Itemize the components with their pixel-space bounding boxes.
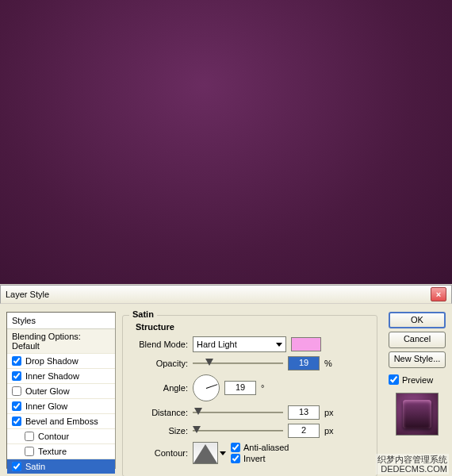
preview-thumbnail	[396, 393, 439, 436]
layer-style-dialog: Layer Style × Styles Blending Options: D…	[0, 284, 452, 476]
satin-group: Satin Structure Blend Mode: Hard Light O…	[122, 315, 377, 476]
angle-input[interactable]: 19	[224, 381, 256, 395]
blend-mode-value: Hard Light	[197, 340, 237, 349]
style-checkbox[interactable]	[12, 356, 21, 366]
style-checkbox[interactable]	[25, 432, 34, 441]
angle-label: Angle:	[131, 383, 188, 393]
contour-row: Contour: Anti-aliased Invert	[131, 442, 369, 464]
anti-aliased-checkbox[interactable]	[231, 443, 240, 452]
contour-picker[interactable]	[193, 442, 218, 464]
artwork-word-bottom: graphy	[226, 217, 227, 225]
blending-options-item[interactable]: Blending Options: Default	[7, 329, 115, 354]
cancel-button[interactable]: Cancel	[389, 332, 446, 348]
size-row: Size: 2 px	[131, 424, 369, 438]
style-checkbox[interactable]	[12, 386, 21, 396]
size-label: Size:	[131, 426, 188, 436]
settings-panel: Satin Structure Blend Mode: Hard Light O…	[122, 312, 382, 469]
close-icon: ×	[436, 290, 441, 299]
preview-thumbnail-inner	[403, 400, 431, 428]
styles-list: Drop Shadow Inner Shadow Outer Glow Inne…	[7, 354, 115, 476]
opacity-input[interactable]: 19	[288, 356, 320, 370]
watermark: 织梦内容管理系统 DEDECMS.COM	[376, 454, 449, 474]
distance-input[interactable]: 13	[288, 405, 320, 420]
style-item-texture[interactable]: Texture	[7, 444, 115, 459]
blend-mode-row: Blend Mode: Hard Light	[131, 336, 369, 352]
size-slider[interactable]	[193, 424, 283, 437]
contour-label: Contour:	[131, 448, 188, 458]
anti-aliased-label: Anti-aliased	[243, 443, 289, 452]
distance-label: Distance:	[131, 408, 188, 417]
style-item-satin[interactable]: Satin	[7, 459, 115, 474]
preview-toggle[interactable]: Preview	[389, 374, 446, 385]
opacity-label: Opacity:	[131, 359, 188, 368]
dialog-body: Styles Blending Options: Default Drop Sh…	[0, 304, 452, 476]
angle-row: Angle: 19 °	[131, 374, 369, 401]
dialog-title: Layer Style	[6, 290, 49, 299]
dialog-titlebar[interactable]: Layer Style ×	[0, 285, 452, 304]
blend-mode-select[interactable]: Hard Light	[193, 336, 286, 352]
invert-label: Invert	[243, 454, 266, 463]
style-label: Inner Glow	[25, 401, 67, 411]
opacity-slider[interactable]	[193, 357, 283, 370]
style-item-inner-shadow[interactable]: Inner Shadow	[7, 369, 115, 384]
size-unit: px	[324, 426, 337, 436]
style-checkbox[interactable]	[12, 416, 21, 426]
style-checkbox[interactable]	[12, 371, 21, 381]
style-checkbox[interactable]	[12, 401, 21, 411]
new-style-button[interactable]: New Style...	[389, 351, 446, 368]
angle-unit: °	[261, 383, 274, 393]
style-label: Inner Shadow	[25, 371, 79, 381]
style-label: Drop Shadow	[25, 356, 79, 366]
style-label: Outer Glow	[25, 386, 70, 396]
style-checkbox[interactable]	[12, 462, 21, 471]
size-input[interactable]: 2	[288, 424, 320, 438]
structure-label: Structure	[136, 322, 369, 332]
color-swatch[interactable]	[291, 337, 321, 351]
canvas-preview: typo graphy	[0, 0, 452, 284]
style-checkbox[interactable]	[25, 447, 34, 456]
style-item-inner-glow[interactable]: Inner Glow	[7, 399, 115, 414]
angle-dial[interactable]	[193, 374, 220, 401]
style-item-contour[interactable]: Contour	[7, 429, 115, 444]
distance-slider[interactable]	[193, 406, 283, 419]
slider-thumb-icon[interactable]	[205, 359, 213, 366]
opacity-row: Opacity: 19 %	[131, 356, 369, 370]
distance-row: Distance: 13 px	[131, 405, 369, 420]
style-item-outer-glow[interactable]: Outer Glow	[7, 384, 115, 399]
slider-thumb-icon[interactable]	[194, 408, 202, 415]
style-label: Bevel and Emboss	[25, 416, 98, 426]
watermark-line2: DEDECMS.COM	[377, 464, 447, 474]
style-item-bevel-emboss[interactable]: Bevel and Emboss	[7, 414, 115, 429]
preview-checkbox[interactable]	[389, 374, 399, 385]
distance-unit: px	[324, 408, 337, 417]
slider-thumb-icon[interactable]	[193, 426, 201, 433]
ok-button[interactable]: OK	[389, 312, 446, 328]
right-button-panel: OK Cancel New Style... Preview	[389, 312, 446, 469]
style-label: Texture	[38, 447, 67, 456]
artwork-text: typo graphy	[226, 49, 227, 235]
style-label: Satin	[25, 462, 45, 471]
style-label: Contour	[38, 432, 69, 441]
blend-mode-label: Blend Mode:	[131, 340, 188, 349]
angle-indicator-icon	[206, 384, 218, 389]
invert-checkbox[interactable]	[231, 454, 240, 463]
style-item-drop-shadow[interactable]: Drop Shadow	[7, 354, 115, 369]
preview-label: Preview	[402, 375, 433, 385]
styles-panel-header[interactable]: Styles	[7, 313, 115, 329]
opacity-unit: %	[324, 359, 337, 368]
contour-shape-icon	[193, 444, 217, 463]
chevron-down-icon[interactable]	[220, 451, 226, 455]
styles-panel: Styles Blending Options: Default Drop Sh…	[6, 312, 116, 469]
watermark-line1: 织梦内容管理系统	[377, 455, 447, 464]
group-title: Satin	[129, 309, 157, 319]
close-button[interactable]: ×	[431, 287, 446, 301]
chevron-down-icon	[276, 343, 282, 347]
